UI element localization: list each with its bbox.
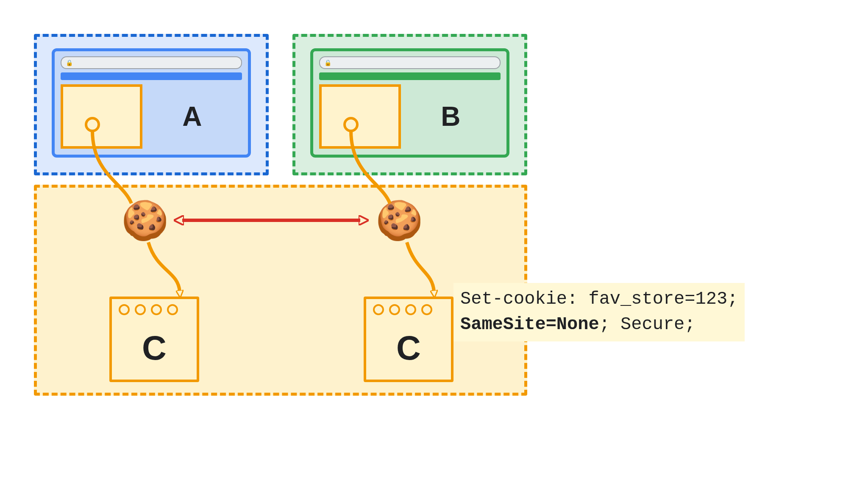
header-rest: ; Secure; — [599, 314, 696, 335]
site-b-label: B — [401, 84, 501, 149]
iframe-anchor-a — [85, 117, 100, 132]
service-window-c-right: C — [364, 297, 453, 382]
lock-icon: 🔒 — [324, 59, 331, 66]
set-cookie-header: Set-cookie: fav_store=123; SameSite=None… — [453, 283, 745, 341]
url-bar: 🔒 — [319, 56, 501, 69]
iframe-site-c-in-a — [61, 84, 142, 149]
url-bar: 🔒 — [61, 56, 242, 69]
window-dots — [119, 304, 178, 315]
window-dot — [373, 304, 384, 315]
diagram-stage: 🔒 A 🔒 B 🍪 🍪 C — [0, 0, 868, 488]
cookie-icon-left: 🍪 — [121, 199, 164, 241]
browser-window-b: 🔒 B — [310, 48, 509, 158]
iframe-site-c-in-b — [319, 84, 401, 149]
browser-window-a: 🔒 A — [52, 48, 251, 158]
window-dot — [405, 304, 416, 315]
service-window-c-left: C — [109, 297, 199, 382]
header-line1: Set-cookie: fav_store=123; — [460, 289, 738, 309]
service-c-label: C — [112, 329, 197, 368]
window-dot — [135, 304, 146, 315]
tab-strip — [319, 72, 501, 80]
window-dot — [151, 304, 162, 315]
service-c-label: C — [366, 329, 451, 368]
header-samesite: SameSite=None — [460, 314, 599, 335]
window-dot — [389, 304, 400, 315]
window-dot — [167, 304, 178, 315]
window-dot — [421, 304, 432, 315]
iframe-anchor-b — [343, 117, 359, 132]
site-a-label: A — [142, 84, 242, 149]
lock-icon: 🔒 — [66, 59, 73, 66]
tab-strip — [61, 72, 242, 80]
window-dots — [373, 304, 432, 315]
cookie-icon-right: 🍪 — [376, 199, 418, 241]
window-dot — [119, 304, 130, 315]
